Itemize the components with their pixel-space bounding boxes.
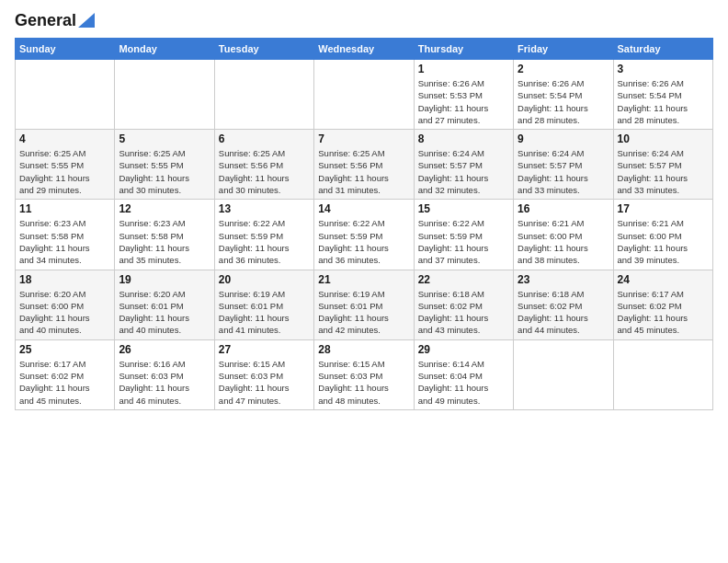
header: General: [15, 11, 713, 30]
day-number: 27: [219, 343, 310, 356]
day-info: Sunrise: 6:22 AM Sunset: 5:59 PM Dayligh…: [318, 217, 409, 266]
calendar-cell: 13Sunrise: 6:22 AM Sunset: 5:59 PM Dayli…: [214, 200, 313, 270]
calendar-cell: [214, 60, 313, 130]
day-number: 10: [618, 132, 709, 145]
day-info: Sunrise: 6:17 AM Sunset: 6:02 PM Dayligh…: [618, 288, 709, 337]
svg-marker-0: [78, 13, 95, 28]
calendar-cell: 17Sunrise: 6:21 AM Sunset: 6:00 PM Dayli…: [613, 200, 712, 270]
day-info: Sunrise: 6:15 AM Sunset: 6:03 PM Dayligh…: [318, 358, 409, 407]
calendar-cell: 6Sunrise: 6:25 AM Sunset: 5:56 PM Daylig…: [214, 130, 313, 200]
day-number: 2: [518, 63, 609, 75]
weekday-header: Friday: [514, 39, 613, 60]
day-number: 13: [219, 202, 310, 215]
weekday-header: Sunday: [16, 39, 115, 60]
calendar-cell: 8Sunrise: 6:24 AM Sunset: 5:57 PM Daylig…: [414, 130, 513, 200]
day-number: 18: [19, 273, 110, 286]
day-number: 12: [119, 202, 210, 215]
calendar-cell: 12Sunrise: 6:23 AM Sunset: 5:58 PM Dayli…: [115, 200, 214, 270]
weekday-header-row: SundayMondayTuesdayWednesdayThursdayFrid…: [16, 39, 713, 60]
calendar-cell: 24Sunrise: 6:17 AM Sunset: 6:02 PM Dayli…: [613, 270, 712, 339]
calendar-cell: [115, 60, 214, 130]
day-info: Sunrise: 6:25 AM Sunset: 5:56 PM Dayligh…: [219, 147, 310, 196]
day-number: 6: [219, 132, 310, 145]
calendar-cell: 19Sunrise: 6:20 AM Sunset: 6:01 PM Dayli…: [115, 270, 214, 339]
day-info: Sunrise: 6:26 AM Sunset: 5:54 PM Dayligh…: [618, 77, 709, 126]
logo-icon: [78, 13, 95, 28]
day-info: Sunrise: 6:26 AM Sunset: 5:53 PM Dayligh…: [418, 77, 509, 126]
day-info: Sunrise: 6:20 AM Sunset: 6:01 PM Dayligh…: [119, 288, 210, 337]
calendar-cell: 21Sunrise: 6:19 AM Sunset: 6:01 PM Dayli…: [314, 270, 414, 339]
day-number: 8: [418, 132, 509, 145]
calendar-cell: 25Sunrise: 6:17 AM Sunset: 6:02 PM Dayli…: [16, 339, 115, 409]
weekday-header: Tuesday: [214, 39, 313, 60]
calendar-cell: 3Sunrise: 6:26 AM Sunset: 5:54 PM Daylig…: [613, 60, 712, 130]
day-info: Sunrise: 6:15 AM Sunset: 6:03 PM Dayligh…: [219, 358, 310, 407]
calendar-cell: 4Sunrise: 6:25 AM Sunset: 5:55 PM Daylig…: [16, 130, 115, 200]
page: General SundayMondayTuesdayWednesdayThur…: [0, 0, 728, 563]
day-number: 11: [19, 202, 110, 215]
calendar-cell: [613, 339, 712, 409]
calendar-cell: 26Sunrise: 6:16 AM Sunset: 6:03 PM Dayli…: [115, 339, 214, 409]
logo: General: [15, 11, 95, 30]
calendar-cell: [16, 60, 115, 130]
day-info: Sunrise: 6:21 AM Sunset: 6:00 PM Dayligh…: [618, 217, 709, 266]
logo-general: General: [15, 11, 76, 30]
day-info: Sunrise: 6:22 AM Sunset: 5:59 PM Dayligh…: [418, 217, 509, 266]
day-info: Sunrise: 6:24 AM Sunset: 5:57 PM Dayligh…: [618, 147, 709, 196]
calendar-cell: 2Sunrise: 6:26 AM Sunset: 5:54 PM Daylig…: [514, 60, 613, 130]
day-number: 26: [119, 343, 210, 356]
calendar-cell: 22Sunrise: 6:18 AM Sunset: 6:02 PM Dayli…: [414, 270, 513, 339]
day-info: Sunrise: 6:14 AM Sunset: 6:04 PM Dayligh…: [418, 358, 509, 407]
day-number: 3: [618, 63, 709, 75]
day-number: 7: [318, 132, 409, 145]
day-number: 5: [119, 132, 210, 145]
day-number: 23: [518, 273, 609, 286]
day-number: 4: [19, 132, 110, 145]
day-number: 9: [518, 132, 609, 145]
weekday-header: Thursday: [414, 39, 513, 60]
calendar-cell: 10Sunrise: 6:24 AM Sunset: 5:57 PM Dayli…: [613, 130, 712, 200]
day-number: 16: [518, 202, 609, 215]
calendar-week-row: 25Sunrise: 6:17 AM Sunset: 6:02 PM Dayli…: [16, 339, 713, 409]
day-info: Sunrise: 6:19 AM Sunset: 6:01 PM Dayligh…: [219, 288, 310, 337]
weekday-header: Monday: [115, 39, 214, 60]
day-info: Sunrise: 6:25 AM Sunset: 5:56 PM Dayligh…: [318, 147, 409, 196]
calendar-cell: [514, 339, 613, 409]
calendar-cell: 15Sunrise: 6:22 AM Sunset: 5:59 PM Dayli…: [414, 200, 513, 270]
day-number: 29: [418, 343, 509, 356]
calendar-week-row: 4Sunrise: 6:25 AM Sunset: 5:55 PM Daylig…: [16, 130, 713, 200]
calendar-cell: 5Sunrise: 6:25 AM Sunset: 5:55 PM Daylig…: [115, 130, 214, 200]
day-info: Sunrise: 6:25 AM Sunset: 5:55 PM Dayligh…: [119, 147, 210, 196]
day-info: Sunrise: 6:21 AM Sunset: 6:00 PM Dayligh…: [518, 217, 609, 266]
calendar-cell: 28Sunrise: 6:15 AM Sunset: 6:03 PM Dayli…: [314, 339, 414, 409]
day-info: Sunrise: 6:25 AM Sunset: 5:55 PM Dayligh…: [19, 147, 110, 196]
weekday-header: Wednesday: [314, 39, 414, 60]
day-info: Sunrise: 6:16 AM Sunset: 6:03 PM Dayligh…: [119, 358, 210, 407]
day-info: Sunrise: 6:22 AM Sunset: 5:59 PM Dayligh…: [219, 217, 310, 266]
calendar-cell: 7Sunrise: 6:25 AM Sunset: 5:56 PM Daylig…: [314, 130, 414, 200]
calendar-cell: 14Sunrise: 6:22 AM Sunset: 5:59 PM Dayli…: [314, 200, 414, 270]
day-number: 22: [418, 273, 509, 286]
calendar-cell: 16Sunrise: 6:21 AM Sunset: 6:00 PM Dayli…: [514, 200, 613, 270]
day-number: 19: [119, 273, 210, 286]
day-info: Sunrise: 6:18 AM Sunset: 6:02 PM Dayligh…: [518, 288, 609, 337]
day-number: 28: [318, 343, 409, 356]
day-info: Sunrise: 6:20 AM Sunset: 6:00 PM Dayligh…: [19, 288, 110, 337]
day-info: Sunrise: 6:18 AM Sunset: 6:02 PM Dayligh…: [418, 288, 509, 337]
calendar-cell: 9Sunrise: 6:24 AM Sunset: 5:57 PM Daylig…: [514, 130, 613, 200]
calendar-cell: 20Sunrise: 6:19 AM Sunset: 6:01 PM Dayli…: [214, 270, 313, 339]
calendar-week-row: 1Sunrise: 6:26 AM Sunset: 5:53 PM Daylig…: [16, 60, 713, 130]
day-number: 14: [318, 202, 409, 215]
day-info: Sunrise: 6:26 AM Sunset: 5:54 PM Dayligh…: [518, 77, 609, 126]
day-number: 1: [418, 63, 509, 75]
day-number: 25: [19, 343, 110, 356]
day-number: 15: [418, 202, 509, 215]
day-info: Sunrise: 6:24 AM Sunset: 5:57 PM Dayligh…: [518, 147, 609, 196]
day-info: Sunrise: 6:19 AM Sunset: 6:01 PM Dayligh…: [318, 288, 409, 337]
day-number: 20: [219, 273, 310, 286]
calendar-cell: 11Sunrise: 6:23 AM Sunset: 5:58 PM Dayli…: [16, 200, 115, 270]
day-info: Sunrise: 6:24 AM Sunset: 5:57 PM Dayligh…: [418, 147, 509, 196]
calendar-week-row: 11Sunrise: 6:23 AM Sunset: 5:58 PM Dayli…: [16, 200, 713, 270]
day-number: 21: [318, 273, 409, 286]
calendar-cell: 29Sunrise: 6:14 AM Sunset: 6:04 PM Dayli…: [414, 339, 513, 409]
